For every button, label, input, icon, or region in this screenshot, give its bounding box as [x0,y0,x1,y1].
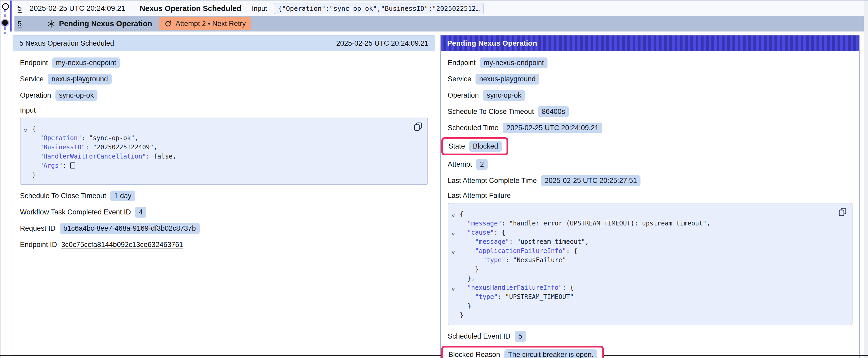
json-token: "message" [467,220,501,227]
field-state: StateBlocked [441,137,508,155]
pending-operation-panel-body: Endpointmy-nexus-endpointServicenexus-pl… [441,51,859,358]
event-row-scheduled[interactable]: 5 2025-02-25 UTC 20:24:09.21 Nexus Opera… [14,1,864,16]
json-token: : [146,153,154,160]
field-label: Service [20,75,43,83]
json-token: "NexusFailure" [513,256,566,264]
json-token: "applicationFailureInfo" [475,247,566,255]
field-label: Attempt [448,160,472,168]
field-value-badge: 2025-02-25 UTC 20:24:09.21 [503,123,602,133]
scheduled-event-panel-body: Endpointmy-nexus-endpointServicenexus-pl… [13,51,435,250]
json-line: ∨"nexusHandlerFailureInfo": { [448,283,852,292]
json-token: } [460,312,463,319]
json-line: "HandlerWaitForCancellation": false, [21,152,428,161]
field-label: Service [448,75,471,83]
input-json-viewer: ∨{"Operation": "sync-op-ok","BusinessID"… [20,118,428,185]
json-token: : [501,220,509,227]
field-schedule-to-close-timeout: Schedule To Close Timeout86400s [448,106,852,117]
field-service: Servicenexus-playground [448,74,852,85]
json-token: : [82,134,89,142]
pending-operation-panel: Pending Nexus Operation Endpointmy-nexus… [440,35,860,358]
json-line: } [21,170,428,180]
field-workflow-task-completed-event-id: Workflow Task Completed Event ID4 [20,207,428,218]
json-line: } [448,311,852,320]
scheduled-event-panel: 5 Nexus Operation Scheduled 2025-02-25 U… [12,35,435,355]
right-panel-fields-bottom: Scheduled Event ID5Blocked ReasonThe cir… [448,331,852,358]
timeline-rail [0,1,14,45]
field-label: Last Attempt Complete Time [448,176,537,185]
asterisk-icon [47,20,56,28]
field-value-link[interactable]: 3c0c75ccfa8144b092c13ce632463761 [61,241,183,249]
json-token: "sync-op-ok" [89,134,134,142]
field-value-badge: sync-op-ok [483,90,525,101]
left-panel-fields-bottom: Schedule To Close Timeout1 dayWorkflow T… [20,191,428,250]
field-label: Endpoint [448,59,476,67]
field-label: State [448,142,465,151]
json-line: ∨{ [448,210,852,219]
json-line: "message": "upstream timeout", [448,237,852,247]
failure-section-label: Last Attempt Failure [448,192,852,200]
timeline-dash-connector [4,27,5,35]
event-timestamp: 2025-02-25 UTC 20:24:09.21 [30,4,125,12]
field-label: Schedule To Close Timeout [20,192,106,200]
json-token: : [505,256,513,264]
field-value-badge: nexus-playground [475,74,539,85]
field-endpoint: Endpointmy-nexus-endpoint [20,58,428,68]
json-line: "type": "UPSTREAM_TIMEOUT" [448,292,852,301]
json-token: [] [70,162,75,168]
json-token: { [32,125,36,133]
field-label: Request ID [20,224,56,232]
field-label: Schedule To Close Timeout [448,108,534,116]
field-request-id: Request IDb1c6a4bc-8ee7-468a-9169-df3b02… [20,223,428,234]
event-input-preview[interactable]: {"Operation":"sync-op-ok","BusinessID":"… [274,3,484,14]
field-operation: Operationsync-op-ok [448,90,852,101]
failure-json-viewer: ∨{"message": "handler error (UPSTREAM_TI… [448,203,852,325]
timeline-open-circle-icon[interactable] [2,3,9,10]
field-value-badge: b1c6a4bc-8ee7-468a-9169-df3b02c8737b [60,223,199,234]
json-token: : [509,238,517,246]
scheduled-event-panel-header: 5 Nexus Operation Scheduled 2025-02-25 U… [13,35,435,51]
json-token: : [85,143,93,151]
field-scheduled-time: Scheduled Time2025-02-25 UTC 20:24:09.21 [448,123,852,133]
vertical-scrollbar[interactable] [864,1,868,358]
field-value-badge: nexus-playground [48,74,112,85]
json-token: , [134,134,138,142]
timeline-filled-circle-icon[interactable] [2,20,8,26]
json-token: } [467,302,471,310]
field-value-badge: sync-op-ok [56,90,97,101]
json-token: , [707,220,710,227]
json-line: "BusinessID": "20250225122409", [21,143,428,152]
field-label: Operation [448,91,479,99]
json-token: : [63,162,70,169]
json-token: }, [467,275,475,282]
event-title: Pending Nexus Operation [59,20,152,28]
field-value-badge: 5 [515,331,526,342]
json-token: "Operation" [40,134,82,142]
event-id-link[interactable]: 5 [18,20,22,28]
event-id-link[interactable]: 5 [18,4,22,12]
retry-icon [164,20,172,28]
input-section-label: Input [20,106,428,115]
json-line: ∨"applicationFailureInfo": { [448,247,852,256]
field-value-badge: Blocked [469,141,502,152]
json-token: : [498,293,505,300]
json-token: "nexusHandlerFailureInfo" [467,284,562,291]
field-label: Blocked Reason [448,351,500,358]
bottom-divider [0,355,868,356]
json-token: : { [494,229,505,236]
json-token: "cause" [467,229,494,236]
json-line: "Operation": "sync-op-ok", [21,134,428,143]
json-line: "message": "handler error (UPSTREAM_TIME… [448,219,852,228]
panel-title: Pending Nexus Operation [447,39,537,47]
json-token: } [32,171,36,178]
field-value-badge: 2 [476,159,488,170]
json-token: "UPSTREAM_TIMEOUT" [505,293,574,300]
json-token: , [153,143,157,151]
panel-title: 5 Nexus Operation Scheduled [20,39,114,47]
event-row-pending-selected[interactable]: 5 Pending Nexus Operation Attempt 2 • Ne… [14,16,864,32]
json-token: "message" [475,238,509,246]
json-line: } [448,301,852,311]
json-token: "Args" [40,162,63,169]
json-token: "BusinessID" [40,143,85,151]
json-token: "type" [475,293,498,300]
right-panel-fields-top: Endpointmy-nexus-endpointServicenexus-pl… [448,58,852,186]
